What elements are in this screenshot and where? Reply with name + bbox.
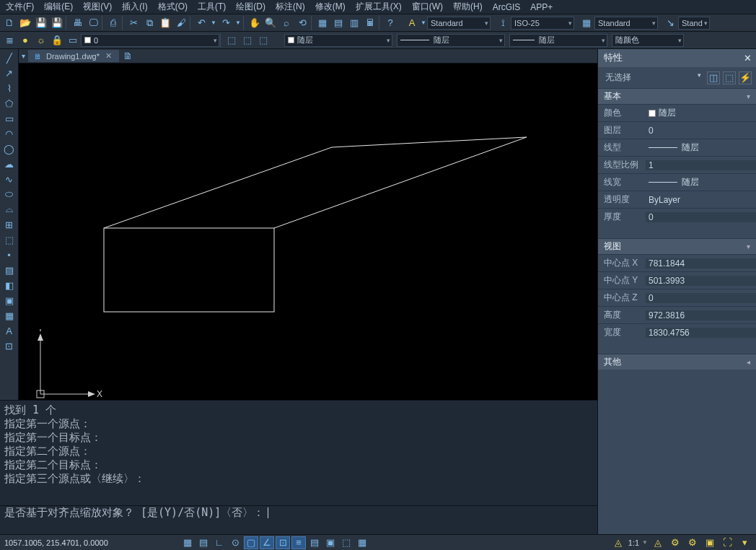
help-icon[interactable]: ? [382, 16, 398, 30]
undo-drop-icon[interactable]: ▼ [209, 16, 218, 30]
point-icon[interactable]: • [1, 248, 17, 262]
section-basic[interactable]: 基本▾ [598, 88, 756, 104]
prop-lweight-value[interactable]: 随层 [646, 176, 756, 188]
linetype-combo[interactable]: 随层 [397, 34, 505, 47]
properties-close-icon[interactable]: ✕ [744, 53, 752, 64]
command-history[interactable]: 找到 1 个 指定第一个源点： 指定第一个目标点： 指定第二个源点： 指定第二个… [0, 400, 597, 505]
print-icon[interactable]: 🖶 [69, 16, 85, 30]
layermatch-icon[interactable]: ⬚ [224, 33, 239, 48]
clean-icon[interactable]: ▾ [737, 536, 752, 549]
qp-icon[interactable]: ▣ [323, 536, 338, 549]
dyn-icon[interactable]: ⊡ [276, 536, 290, 549]
prop-cy-value[interactable]: 501.3993 [646, 276, 756, 286]
save-icon[interactable]: 💾 [33, 16, 49, 30]
textstyle-combo[interactable]: Standard [427, 17, 491, 30]
pan-icon[interactable]: ✋ [247, 16, 263, 30]
layer-on-icon[interactable]: ● [17, 33, 33, 48]
preview-icon[interactable]: 🖵 [85, 16, 101, 30]
section-other[interactable]: 其他◂ [598, 354, 756, 370]
color-combo[interactable]: 随层 [284, 34, 392, 47]
pline-icon[interactable]: ⌇ [1, 81, 17, 95]
annoscale-readout[interactable]: 1:1 [628, 538, 639, 547]
menu-extend[interactable]: 扩展工具(X) [353, 0, 405, 14]
spline-icon[interactable]: ∿ [1, 172, 17, 186]
mtext-icon[interactable]: A [1, 323, 17, 338]
menu-dim[interactable]: 标注(N) [273, 0, 308, 14]
model-toggle-icon[interactable]: ◬ [611, 536, 625, 549]
menu-format[interactable]: 格式(O) [155, 0, 190, 14]
zoom-prev-icon[interactable]: ⟲ [294, 16, 310, 30]
menu-modify[interactable]: 修改(M) [312, 0, 348, 14]
tablestyle-icon[interactable]: ▦ [579, 16, 594, 30]
polar-icon[interactable]: ⊙ [228, 536, 242, 549]
polygon-icon[interactable]: ⬠ [1, 96, 17, 110]
prop-w-value[interactable]: 1830.4756 [646, 328, 756, 338]
matchprop-icon[interactable]: 🖌 [173, 16, 189, 30]
sc-icon[interactable]: ⬚ [339, 536, 353, 549]
zoom-win-icon[interactable]: ⌕ [278, 16, 294, 30]
designctr-icon[interactable]: ▤ [330, 16, 346, 30]
close-tab-icon[interactable]: ✕ [104, 51, 113, 61]
iso-icon[interactable]: ⛶ [720, 536, 734, 549]
redo-drop-icon[interactable]: ▼ [234, 16, 242, 30]
annovis-icon[interactable]: ◬ [651, 536, 665, 549]
publish-icon[interactable]: ⎙ [105, 16, 121, 30]
block-icon[interactable]: ⬚ [1, 232, 17, 247]
layeriso-icon[interactable]: ⬚ [239, 33, 255, 48]
menu-view[interactable]: 视图(V) [80, 0, 115, 14]
insert-icon[interactable]: ⊞ [1, 217, 17, 232]
prop-h-value[interactable]: 972.3816 [646, 310, 756, 320]
ws-icon[interactable]: ⚙ [685, 536, 700, 549]
menu-appplus[interactable]: APP+ [527, 1, 555, 13]
prop-ltscale-value[interactable]: 1 [646, 160, 756, 170]
arc-icon[interactable]: ◠ [1, 126, 17, 141]
prop-cx-value[interactable]: 781.1844 [646, 258, 756, 269]
redo-icon[interactable]: ↷ [218, 16, 234, 30]
osnap-icon[interactable]: ▢ [244, 536, 258, 549]
prop-trans-value[interactable]: ByLayer [646, 195, 756, 205]
circle-icon[interactable]: ◯ [1, 141, 17, 156]
table-icon[interactable]: ▦ [1, 308, 17, 323]
revcloud-icon[interactable]: ☁ [1, 157, 17, 171]
textstyle-icon[interactable]: A [404, 16, 420, 30]
saveas-icon[interactable]: 💾 [49, 16, 65, 30]
menu-help[interactable]: 帮助(H) [450, 0, 485, 14]
selection-combo[interactable]: 无选择▾ [602, 70, 704, 85]
section-view[interactable]: 视图▾ [598, 238, 756, 254]
annoauto-icon[interactable]: ⚙ [668, 536, 682, 549]
menu-edit[interactable]: 编辑(E) [41, 0, 76, 14]
undo-icon[interactable]: ↶ [193, 16, 209, 30]
prop-color-value[interactable]: 随层 [646, 107, 756, 119]
textstyle-drop-icon[interactable]: ▼ [420, 16, 427, 30]
xline-icon[interactable]: ↗ [1, 66, 17, 80]
menu-insert[interactable]: 插入(I) [119, 0, 150, 14]
layer-color-icon[interactable]: ▭ [65, 33, 81, 48]
layer-lock-icon[interactable]: 🔒 [49, 33, 65, 48]
layer-combo[interactable]: 0 [81, 34, 219, 47]
layer-freeze-icon[interactable]: ☼ [33, 33, 49, 48]
ortho-icon[interactable]: ∟ [212, 536, 227, 549]
hw-icon[interactable]: ▣ [703, 536, 717, 549]
selectobj-icon[interactable]: ⬚ [723, 71, 736, 84]
document-tab[interactable]: 🗎 Drawing1.dwg* ✕ [28, 50, 119, 62]
layerprev-icon[interactable]: ⬚ [255, 33, 271, 48]
mleader-combo[interactable]: Stand [678, 17, 710, 30]
prop-cz-value[interactable]: 0 [646, 293, 756, 303]
lineweight-combo[interactable]: 随层 [509, 34, 607, 47]
open-icon[interactable]: 📂 [17, 16, 33, 30]
snap-icon[interactable]: ▤ [196, 536, 211, 549]
layer-mgr-icon[interactable]: ≣ [1, 33, 17, 48]
lwt-icon[interactable]: ≡ [291, 536, 306, 549]
toolpal-icon[interactable]: ▥ [346, 16, 362, 30]
line-icon[interactable]: ╱ [1, 51, 17, 65]
mleader-icon[interactable]: ↘ [662, 16, 678, 30]
tab-prev-icon[interactable]: ▾ [19, 52, 28, 60]
menu-file[interactable]: 文件(F) [3, 0, 37, 14]
menu-tools[interactable]: 工具(T) [195, 0, 229, 14]
ellipsearc-icon[interactable]: ⌓ [1, 202, 17, 217]
dimstyle-combo[interactable]: ISO-25 [511, 17, 574, 30]
prop-thick-value[interactable]: 0 [646, 212, 756, 222]
new-tab-icon[interactable]: 🗎 [123, 51, 133, 61]
menu-draw[interactable]: 绘图(D) [233, 0, 268, 14]
quickselect-icon[interactable]: ◫ [707, 71, 720, 84]
